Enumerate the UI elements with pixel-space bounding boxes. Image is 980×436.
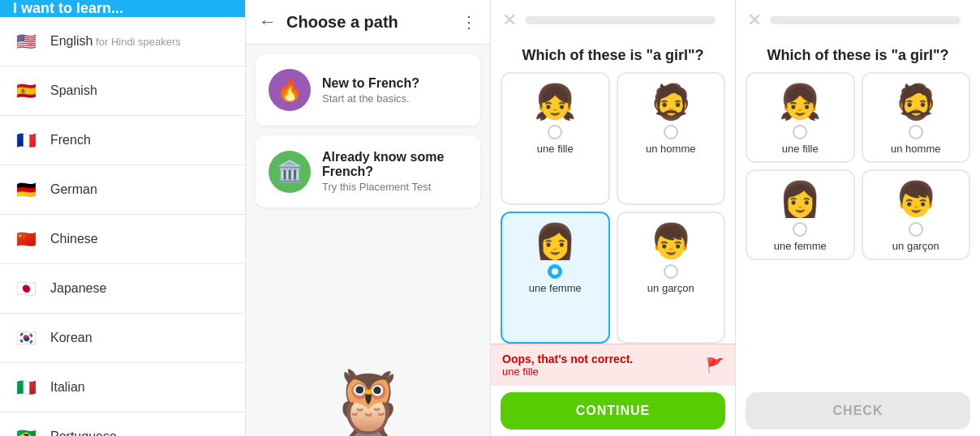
choice-label-un_homme_2: un homme (891, 143, 940, 155)
choice-radio-un_homme_2 (909, 125, 923, 139)
progress-bar (525, 16, 716, 24)
choice-card-un_homme_1[interactable]: 🧔 un homme (617, 72, 726, 205)
choice-avatar-une_femme_2: 👩 (779, 179, 821, 219)
sidebar-item-spanish[interactable]: 🇪🇸 Spanish (0, 66, 245, 116)
path-option-sub-new: Start at the basics. (322, 92, 419, 105)
choice-label-une_fille_1: une fille (537, 143, 574, 155)
choice-radio-un_garcon_2 (909, 222, 923, 237)
quiz-check-panel: ✕ Which of these is "a girl"? 👧 une fill… (735, 0, 980, 436)
flag-english: 🇺🇸 (13, 28, 39, 54)
choices-grid-error: 👧 une fille 🧔 un homme 👩 une femme 👦 un … (491, 72, 735, 344)
owl-mascot-area: 🦉 (246, 207, 490, 436)
choice-avatar-un_homme_2: 🧔 (895, 82, 937, 122)
path-icon-placement: 🏛️ (269, 151, 311, 193)
lang-name-english: English for Hindi speakers (50, 34, 181, 49)
flag-french: 🇫🇷 (13, 127, 39, 153)
lang-name-japanese: Japanese (50, 281, 106, 296)
choice-label-une_femme_2: une femme (774, 240, 827, 252)
check-button[interactable]: CHECK (746, 392, 970, 430)
sidebar-item-italian[interactable]: 🇮🇹 Italian (0, 363, 245, 412)
sidebar-item-english[interactable]: 🇺🇸 English for Hindi speakers (0, 17, 245, 66)
lang-name-german: German (50, 182, 97, 197)
lang-name-french: French (50, 133, 91, 147)
path-icon-new: 🔥 (269, 69, 311, 111)
language-list-panel: I want to learn... 🇺🇸 English for Hindi … (0, 0, 245, 436)
choice-card-un_garcon_1[interactable]: 👦 un garçon (617, 212, 726, 344)
sidebar-item-german[interactable]: 🇩🇪 German (0, 165, 245, 215)
choice-label-une_femme: une femme (529, 282, 582, 294)
flag-spanish: 🇪🇸 (13, 78, 39, 104)
flag-korean: 🇰🇷 (13, 325, 39, 351)
continue-button[interactable]: CONTINUE (501, 392, 725, 430)
quiz-check-close-button[interactable]: ✕ (747, 10, 762, 31)
flag-chinese: 🇨🇳 (13, 226, 39, 252)
path-option-sub-placement: Try this Placement Test (322, 181, 467, 193)
lang-name-portuguese: Portuguese (50, 430, 117, 436)
choice-radio-un_homme_1 (664, 125, 678, 139)
choice-radio-une_femme (548, 264, 562, 279)
back-button[interactable]: ← (259, 11, 277, 32)
error-answer: une fille (502, 365, 633, 378)
error-banner: Oops, that's not correct. une fille 🚩 (491, 344, 735, 386)
flag-portuguese: 🇧🇷 (13, 424, 39, 436)
choice-label-une_fille_2: une fille (782, 143, 819, 155)
sidebar-title: I want to learn... (13, 0, 123, 17)
lang-name-italian: Italian (50, 380, 85, 395)
choice-radio-une_fille_1 (548, 125, 562, 139)
path-panel: ← Choose a path ⋮ 🔥 New to French? Start… (245, 0, 490, 436)
choice-card-une_femme[interactable]: 👩 une femme (501, 212, 610, 344)
choice-label-un_garcon_2: un garçon (892, 240, 939, 252)
flag-german: 🇩🇪 (13, 177, 39, 203)
quiz-error-panel: ✕ Which of these is "a girl"? 👧 une fill… (490, 0, 735, 436)
path-option-title-new: New to French? (322, 76, 419, 91)
lang-name-korean: Korean (50, 331, 92, 345)
error-title: Oops, that's not correct. (502, 353, 633, 365)
choice-avatar-un_homme_1: 🧔 (650, 82, 692, 122)
path-text-placement: Already know some French? Try this Place… (322, 150, 467, 193)
quiz-error-question: Which of these is "a girl"? (491, 41, 735, 72)
flag-italian: 🇮🇹 (13, 374, 39, 400)
choice-label-un_garcon_1: un garçon (647, 282, 694, 294)
sidebar-item-chinese[interactable]: 🇨🇳 Chinese (0, 215, 245, 264)
choice-avatar-un_garcon_2: 👦 (895, 179, 937, 219)
flag-japanese: 🇯🇵 (13, 276, 39, 301)
language-list: 🇺🇸 English for Hindi speakers 🇪🇸 Spanish… (0, 17, 245, 436)
sidebar-item-portuguese[interactable]: 🇧🇷 Portuguese (0, 412, 245, 436)
lang-name-spanish: Spanish (50, 83, 97, 98)
choice-radio-une_femme_2 (793, 222, 807, 237)
quiz-check-question: Which of these is "a girl"? (736, 41, 980, 72)
choice-label-un_homme_1: un homme (646, 143, 695, 155)
path-option-title-placement: Already know some French? (322, 150, 467, 179)
quiz-close-button[interactable]: ✕ (502, 10, 517, 31)
lang-name-chinese: Chinese (50, 232, 98, 246)
choice-avatar-une_fille_2: 👧 (779, 82, 821, 122)
quiz-check-header: ✕ (736, 0, 980, 41)
path-option-new[interactable]: 🔥 New to French? Start at the basics. (256, 54, 480, 126)
sidebar-item-japanese[interactable]: 🇯🇵 Japanese (0, 264, 245, 314)
path-text-new: New to French? Start at the basics. (322, 76, 419, 105)
choices-grid-blank: 👧 une fille 🧔 un homme 👩 une femme 👦 un … (736, 72, 980, 260)
path-option-placement[interactable]: 🏛️ Already know some French? Try this Pl… (256, 135, 480, 207)
choice-avatar-une_fille_1: 👧 (534, 82, 576, 122)
more-options-button[interactable]: ⋮ (461, 12, 477, 32)
choice-avatar-un_garcon_1: 👦 (650, 221, 692, 261)
owl-mascot: 🦉 (328, 371, 409, 436)
progress-bar-2 (770, 16, 961, 24)
path-header: ← Choose a path ⋮ (246, 0, 490, 45)
choice-card-une_fille_2[interactable]: 👧 une fille (746, 72, 855, 163)
report-flag-icon[interactable]: 🚩 (706, 357, 724, 374)
path-options-list: 🔥 New to French? Start at the basics. 🏛️… (246, 45, 490, 207)
path-title: Choose a path (286, 13, 461, 32)
choice-radio-une_fille_2 (793, 125, 807, 139)
quiz-error-header: ✕ (491, 0, 735, 41)
choice-card-un_garcon_2[interactable]: 👦 un garçon (862, 169, 971, 260)
choice-card-une_fille_1[interactable]: 👧 une fille (501, 72, 610, 205)
choice-radio-un_garcon_1 (664, 264, 678, 279)
choice-card-une_femme_2[interactable]: 👩 une femme (746, 169, 855, 260)
sidebar-item-korean[interactable]: 🇰🇷 Korean (0, 314, 245, 363)
error-text: Oops, that's not correct. une fille (502, 353, 633, 378)
choice-card-un_homme_2[interactable]: 🧔 un homme (862, 72, 971, 163)
sidebar-header: I want to learn... (0, 0, 245, 17)
sidebar-item-french[interactable]: 🇫🇷 French (0, 116, 245, 165)
choice-avatar-une_femme: 👩 (534, 221, 576, 261)
